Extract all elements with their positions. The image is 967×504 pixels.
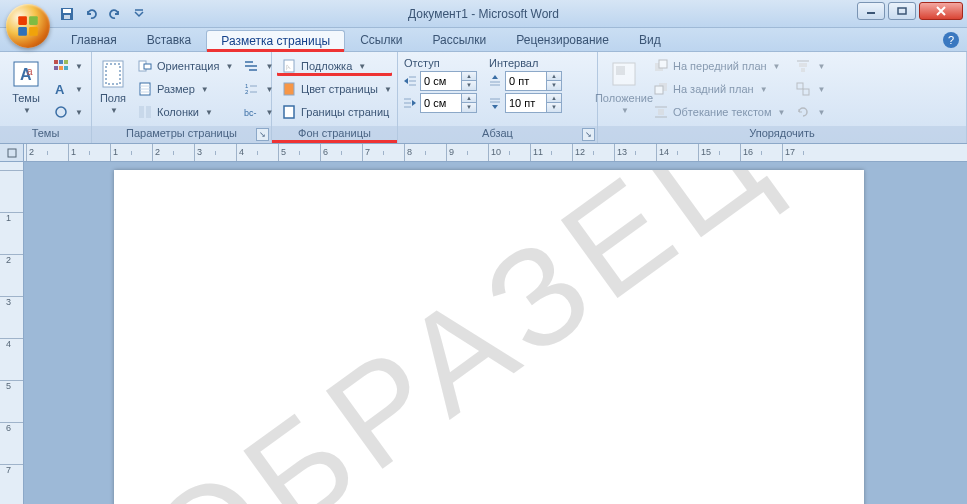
help-icon[interactable]: ? [943,32,959,48]
undo-icon[interactable] [80,3,102,25]
orientation-button[interactable]: Ориентация▼ [132,55,238,77]
maximize-button[interactable] [888,2,916,20]
tab-insert[interactable]: Вставка [132,29,207,51]
svg-rect-18 [64,66,68,70]
tab-view[interactable]: Вид [624,29,676,51]
watermark-text: ОБРАЗЕЦ [119,170,803,504]
svg-rect-1 [29,16,38,25]
svg-rect-36 [284,106,294,118]
svg-text:A: A [55,82,65,97]
tab-review[interactable]: Рецензирование [501,29,624,51]
svg-rect-57 [799,63,807,67]
ruler-corner[interactable] [0,144,24,162]
align-button: ▼ [792,55,828,77]
indent-right-icon [402,95,418,111]
document-page[interactable]: ОБРАЗЕЦ [114,170,864,504]
margins-button[interactable]: Поля ▼ [96,55,130,116]
svg-rect-13 [54,60,58,64]
breaks-button[interactable]: ▼ [240,55,276,77]
document-background[interactable]: ОБРАЗЕЦ [24,162,967,504]
ribbon-tab-bar: Главная Вставка Разметка страницы Ссылки… [0,28,967,52]
spacing-label: Интервал [487,57,562,69]
group-arrange: Положение ▼ На передний план▼ На задний … [598,52,967,143]
svg-rect-6 [64,15,70,19]
line-numbers-button[interactable]: 12▼ [240,78,276,100]
bring-to-front-button: На передний план▼ [648,55,790,77]
page-color-button[interactable]: Цвет страницы▼ [276,78,393,100]
title-bar: Документ1 - Microsoft Word [0,0,967,28]
themes-label: Темы [12,92,40,104]
watermark-button[interactable]: AПодложка▼ [276,55,393,77]
svg-rect-26 [139,106,144,118]
svg-rect-27 [146,106,151,118]
tab-page-layout[interactable]: Разметка страницы [206,30,345,52]
group-page-setup-label: Параметры страницы↘ [92,126,271,143]
minimize-button[interactable] [857,2,885,20]
theme-fonts-button[interactable]: A▼ [50,78,86,100]
svg-rect-50 [659,60,667,68]
svg-rect-61 [8,149,16,157]
svg-rect-58 [801,68,805,72]
columns-button[interactable]: Колонки▼ [132,101,238,123]
page-setup-launcher[interactable]: ↘ [256,128,269,141]
group-themes: Aa Темы ▼ ▼ A▼ ▼ Темы [0,52,92,143]
svg-rect-59 [797,83,803,89]
horizontal-ruler[interactable]: 211234567891011121314151617 [0,144,967,162]
tab-references[interactable]: Ссылки [345,29,417,51]
group-page-background: AПодложка▼ Цвет страницы▼ Границы страни… [272,52,398,143]
group-paragraph: Отступ ▲▼ ▲▼ Интервал ▲▼ ▲▼ [398,52,598,143]
group-page-background-label: Фон страницы [272,126,397,143]
save-icon[interactable] [56,3,78,25]
svg-rect-15 [64,60,68,64]
svg-rect-35 [284,83,294,95]
spacing-after-input[interactable]: ▲▼ [505,93,562,113]
svg-rect-3 [29,27,38,36]
position-button: Положение ▼ [602,55,646,116]
svg-rect-2 [18,27,27,36]
indent-label: Отступ [402,57,477,69]
office-button[interactable] [6,4,50,48]
tab-home[interactable]: Главная [56,29,132,51]
spacing-after-icon [487,95,503,111]
svg-rect-48 [616,66,625,75]
theme-colors-button[interactable]: ▼ [50,55,86,77]
group-page-setup: Поля ▼ Ориентация▼ Размер▼ Колонки▼ ▼ 12… [92,52,272,143]
redo-icon[interactable] [104,3,126,25]
group-button: ▼ [792,78,828,100]
svg-rect-53 [658,109,664,115]
svg-text:bc‐: bc‐ [244,108,257,118]
svg-rect-9 [898,8,906,14]
indent-right-input[interactable]: ▲▼ [420,93,477,113]
group-themes-label: Темы [0,126,91,143]
page-borders-button[interactable]: Границы страниц [276,101,393,123]
rotate-button: ▼ [792,101,828,123]
svg-rect-14 [59,60,63,64]
paragraph-launcher[interactable]: ↘ [582,128,595,141]
close-button[interactable] [919,2,963,20]
send-to-back-button: На задний план▼ [648,78,790,100]
vertical-ruler[interactable]: 123456789 [0,162,24,504]
svg-rect-5 [63,9,71,13]
svg-rect-52 [655,86,663,94]
margins-label: Поля [100,92,126,104]
group-paragraph-label: Абзац↘ [398,126,597,143]
svg-rect-0 [18,16,27,25]
spacing-before-input[interactable]: ▲▼ [505,71,562,91]
themes-button[interactable]: Aa Темы ▼ [4,55,48,116]
tab-mailings[interactable]: Рассылки [417,29,501,51]
spacing-before-icon [487,73,503,89]
ribbon: Aa Темы ▼ ▼ A▼ ▼ Темы Поля ▼ Ориентация▼… [0,52,967,144]
hyphenation-button[interactable]: bc‐▼ [240,101,276,123]
svg-rect-24 [144,64,151,69]
svg-rect-60 [803,89,809,95]
svg-text:2: 2 [245,89,249,95]
position-label: Положение [595,92,653,104]
size-button[interactable]: Размер▼ [132,78,238,100]
group-arrange-label: Упорядочить [598,126,966,143]
indent-left-input[interactable]: ▲▼ [420,71,477,91]
theme-effects-button[interactable]: ▼ [50,101,86,123]
quick-access-toolbar [56,3,150,25]
qat-customize-icon[interactable] [128,3,150,25]
work-area: 123456789 ОБРАЗЕЦ [0,162,967,504]
indent-left-icon [402,73,418,89]
